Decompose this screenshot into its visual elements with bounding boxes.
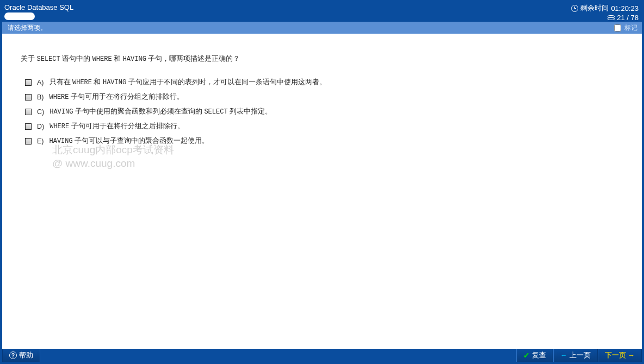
- progress-text: 21 / 78: [617, 14, 639, 22]
- q-prefix: 关于: [21, 55, 36, 62]
- timer: 剩余时间 01:20:23: [571, 3, 639, 13]
- option-text: WHERE 子句可用于在将行分组之前排除行。: [49, 92, 184, 102]
- help-button[interactable]: ? 帮助: [2, 349, 40, 362]
- timer-label: 剩余时间: [580, 3, 609, 13]
- review-button[interactable]: ✓ 复查: [516, 349, 553, 362]
- help-icon: ?: [9, 352, 17, 359]
- watermark-line2: @ www.cuug.com: [52, 157, 174, 171]
- option-d[interactable]: D) WHERE 子句可用于在将行分组之后排除行。: [25, 122, 631, 131]
- option-c[interactable]: C) HAVING 子句中使用的聚合函数和列必须在查询的 SELECT 列表中指…: [25, 107, 631, 116]
- option-label: E): [37, 137, 44, 145]
- next-label: 下一页: [605, 351, 626, 360]
- mark-checkbox[interactable]: [614, 24, 621, 32]
- option-text: HAVING 子句中使用的聚合函数和列必须在查询的 SELECT 列表中指定。: [49, 107, 272, 116]
- app-frame: Oracle Database SQL 剩余时间 01:20:23 21 / 7…: [0, 0, 644, 364]
- stack-icon: [608, 15, 615, 21]
- question-text: 关于 SELECT 语句中的 WHERE 和 HAVING 子句，哪两项描述是正…: [17, 54, 631, 64]
- header-bar: Oracle Database SQL 剩余时间 01:20:23 21 / 7…: [2, 2, 642, 22]
- app-title: Oracle Database SQL: [4, 3, 73, 11]
- watermark: 北京cuug内部ocp考试资料 @ www.cuug.com: [52, 143, 174, 170]
- review-label: 复查: [532, 351, 546, 360]
- checkbox-icon[interactable]: [25, 138, 32, 145]
- checkbox-icon[interactable]: [25, 109, 32, 115]
- q-mid: 和: [112, 55, 123, 62]
- option-label: D): [37, 123, 44, 130]
- footer-left: ? 帮助: [2, 349, 40, 362]
- option-text: 只有在 WHERE 和 HAVING 子句应用于不同的表列时，才可以在同一条语句…: [49, 78, 326, 87]
- timer-value: 01:20:23: [611, 4, 639, 12]
- prev-button[interactable]: ← 上一页: [553, 349, 598, 362]
- content-area: 关于 SELECT 语句中的 WHERE 和 HAVING 子句，哪两项描述是正…: [2, 34, 642, 349]
- option-text: HAVING 子句可以与子查询中的聚合函数一起使用。: [49, 136, 209, 146]
- option-e[interactable]: E) HAVING 子句可以与子查询中的聚合函数一起使用。: [25, 136, 631, 146]
- option-b[interactable]: B) WHERE 子句可用于在将行分组之前排除行。: [25, 92, 631, 102]
- option-text: WHERE 子句可用于在将行分组之后排除行。: [49, 122, 184, 131]
- checkbox-icon[interactable]: [25, 123, 32, 130]
- option-label: C): [37, 108, 44, 116]
- prev-label: 上一页: [569, 351, 591, 360]
- check-icon: ✓: [523, 351, 530, 360]
- footer-bar: ? 帮助 ✓ 复查 ← 上一页 下一页 →: [2, 349, 642, 362]
- checkbox-icon[interactable]: [25, 94, 32, 101]
- progress: 21 / 78: [608, 14, 639, 22]
- option-label: A): [37, 79, 44, 86]
- q-kw: WHERE: [92, 55, 112, 63]
- mark-question[interactable]: 标记: [614, 23, 637, 33]
- option-a[interactable]: A) 只有在 WHERE 和 HAVING 子句应用于不同的表列时，才可以在同一…: [25, 78, 631, 87]
- help-label: 帮助: [19, 351, 33, 360]
- q-mid: 语句中的: [60, 55, 92, 62]
- option-label: B): [37, 93, 44, 101]
- candidate-badge: [4, 12, 35, 20]
- checkbox-icon[interactable]: [25, 79, 32, 86]
- clock-icon: [571, 5, 578, 12]
- arrow-left-icon: ←: [560, 352, 567, 359]
- options-list: A) 只有在 WHERE 和 HAVING 子句应用于不同的表列时，才可以在同一…: [25, 78, 631, 146]
- header-right: 剩余时间 01:20:23 21 / 78: [571, 3, 639, 21]
- q-suffix: 子句，哪两项描述是正确的？: [146, 55, 240, 62]
- footer-right: ✓ 复查 ← 上一页 下一页 →: [516, 349, 642, 362]
- arrow-right-icon: →: [628, 352, 635, 359]
- q-kw: SELECT: [36, 55, 60, 63]
- next-button[interactable]: 下一页 →: [598, 349, 642, 362]
- header-left: Oracle Database SQL: [4, 3, 73, 21]
- mark-label: 标记: [624, 23, 637, 33]
- q-kw: HAVING: [123, 55, 146, 63]
- instruction-text: 请选择两项。: [8, 23, 47, 33]
- instruction-bar: 请选择两项。 标记: [2, 22, 642, 34]
